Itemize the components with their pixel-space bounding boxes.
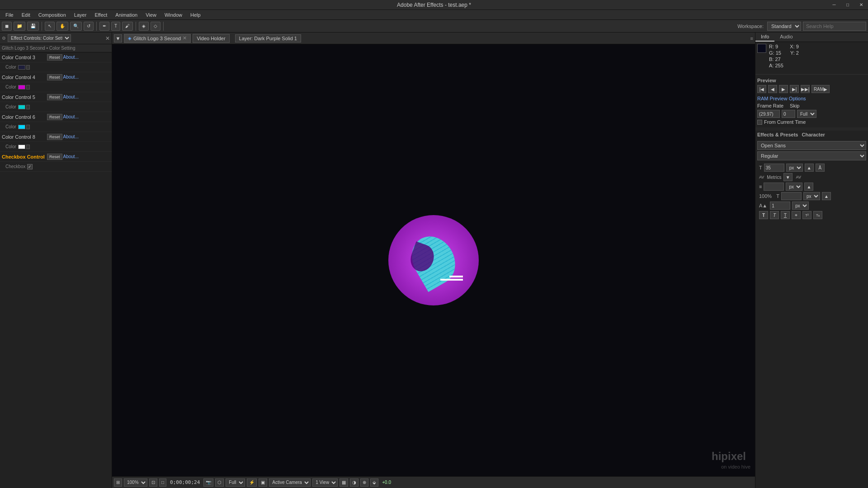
toolbar-btn-open[interactable]: 📁 xyxy=(14,22,25,31)
resolution-preview-select[interactable]: Full xyxy=(797,110,816,118)
toolbar-btn-hand[interactable]: ✋ xyxy=(57,22,68,31)
color-management-btn[interactable]: ⬙ xyxy=(370,479,378,487)
timecode-display[interactable]: 0;00;00;24 xyxy=(170,479,200,485)
font-size-unit[interactable]: px xyxy=(786,164,803,172)
about-cc6[interactable]: About... xyxy=(63,114,79,119)
character-title[interactable]: Character xyxy=(802,132,825,137)
reset-btn-checkbox[interactable]: Reset xyxy=(47,154,62,160)
color-swatch-cc8[interactable] xyxy=(18,145,25,149)
font-size-input[interactable] xyxy=(764,164,784,172)
tab-info[interactable]: Info xyxy=(755,33,774,42)
comp-header-icon[interactable]: ▼ xyxy=(114,34,122,42)
menu-animation[interactable]: Animation xyxy=(112,11,141,19)
menu-view[interactable]: View xyxy=(142,11,160,19)
panel-menu-btn[interactable]: ≡ xyxy=(750,36,753,41)
minimize-button[interactable]: ─ xyxy=(827,0,841,10)
skip-input[interactable] xyxy=(782,110,795,118)
search-help-input[interactable] xyxy=(803,22,866,31)
color-swatch-cc4[interactable] xyxy=(18,85,25,89)
channel-btn[interactable]: ⊕ xyxy=(360,479,368,487)
comp-tab-x1[interactable]: ✕ xyxy=(183,35,187,41)
font-size-up-btn[interactable]: ▲ xyxy=(805,164,814,172)
panel-menu-icon[interactable]: ≡ xyxy=(750,36,753,41)
render-btn[interactable]: ▦ xyxy=(340,479,348,487)
camera-select[interactable]: Active Camera xyxy=(269,479,311,487)
effect-controls-select[interactable]: Effect Controls: Color Setting xyxy=(8,34,71,42)
leading-unit[interactable]: px xyxy=(786,183,802,191)
toolbar-btn-brush[interactable]: 🖌 xyxy=(122,22,133,31)
from-current-checkbox[interactable] xyxy=(757,120,762,125)
panel-close-button[interactable]: ✕ xyxy=(105,35,110,42)
baseline-unit[interactable]: px xyxy=(792,202,809,210)
about-cc5[interactable]: About... xyxy=(63,94,79,99)
menu-effect[interactable]: Effect xyxy=(91,11,111,19)
zoom-select[interactable]: 100% xyxy=(124,479,147,487)
frame-rate-input[interactable] xyxy=(757,110,780,118)
toolbar-btn-zoom[interactable]: 🔍 xyxy=(70,22,82,31)
mask-btn[interactable]: □ xyxy=(159,479,166,487)
menu-composition[interactable]: Composition xyxy=(35,11,70,19)
ram-preview-btn[interactable]: RAM▶ xyxy=(811,85,830,93)
toolbar-btn-shape[interactable]: ◇ xyxy=(151,22,160,31)
next-frame-btn[interactable]: ▶| xyxy=(790,85,799,93)
reset-btn-cc6[interactable]: Reset xyxy=(47,114,62,120)
subscript-btn[interactable]: T₂ xyxy=(813,211,822,219)
font-name-select[interactable]: Open Sans xyxy=(757,141,866,150)
about-cc8[interactable]: About... xyxy=(63,134,79,139)
color-swatch-cc6[interactable] xyxy=(18,125,25,129)
reset-btn-cc5[interactable]: Reset xyxy=(47,94,62,100)
checkbox-input[interactable] xyxy=(27,164,33,169)
toolbar-btn-puppet[interactable]: ◈ xyxy=(139,22,149,31)
toolbar-btn-new[interactable]: ◼ xyxy=(2,22,12,31)
about-cc4[interactable]: About... xyxy=(63,75,79,80)
grid-btn[interactable]: ⊡ xyxy=(149,479,157,487)
italic-btn[interactable]: T xyxy=(770,211,779,219)
menu-edit[interactable]: Edit xyxy=(18,11,34,19)
reset-btn-cc4[interactable]: Reset xyxy=(47,74,62,80)
toolbar-btn-rotate[interactable]: ↺ xyxy=(84,22,94,31)
reset-btn-cc3[interactable]: Reset xyxy=(47,54,62,61)
toolbar-btn-text[interactable]: T xyxy=(111,22,120,31)
snap-btn[interactable]: ⊞ xyxy=(114,479,122,487)
about-checkbox[interactable]: About... xyxy=(63,154,79,159)
tab-audio[interactable]: Audio xyxy=(774,33,798,42)
close-button[interactable]: ✕ xyxy=(854,0,868,10)
fast-preview-btn[interactable]: ⚡ xyxy=(247,479,257,487)
font-metrics-btn[interactable]: Ā xyxy=(816,164,825,172)
tracking-unit[interactable]: px xyxy=(803,192,820,200)
comp-tab-glitch[interactable]: ◈ Glitch Logo 3 Second ✕ xyxy=(124,34,191,43)
strikethrough-btn[interactable]: T xyxy=(792,211,801,219)
last-frame-btn[interactable]: ▶▶| xyxy=(801,85,810,93)
toolbar-btn-select[interactable]: ↖ xyxy=(45,22,55,31)
menu-window[interactable]: Window xyxy=(161,11,186,19)
font-style-select[interactable]: Regular xyxy=(757,151,866,160)
transparency-btn[interactable]: ▣ xyxy=(259,479,267,487)
underline-btn[interactable]: T xyxy=(781,211,790,219)
camera-btn[interactable]: 📷 xyxy=(203,479,213,487)
bold-btn[interactable]: T xyxy=(759,211,768,219)
menu-layer[interactable]: Layer xyxy=(71,11,90,19)
view-select[interactable]: 1 View xyxy=(312,479,338,487)
color-swatch-cc5[interactable] xyxy=(18,105,25,109)
superscript-btn[interactable]: T² xyxy=(802,211,811,219)
tracking-input[interactable] xyxy=(781,192,802,200)
toolbar-btn-save[interactable]: 💾 xyxy=(27,22,39,31)
menu-file[interactable]: File xyxy=(2,11,17,19)
metrics-down-btn[interactable]: ▼ xyxy=(783,173,793,181)
leading-up[interactable]: ▲ xyxy=(804,183,813,191)
tracking-up[interactable]: ▲ xyxy=(822,192,831,200)
play-btn[interactable]: ▶ xyxy=(779,85,788,93)
ram-preview-options-label[interactable]: RAM Preview Options xyxy=(757,96,866,101)
first-frame-btn[interactable]: |◀ xyxy=(757,85,766,93)
3d-btn[interactable]: ⬡ xyxy=(215,479,224,487)
resolution-select[interactable]: Full xyxy=(226,479,245,487)
color-swatch-cc3[interactable] xyxy=(18,65,25,70)
reset-btn-cc8[interactable]: Reset xyxy=(47,134,62,140)
comp-tab-video[interactable]: Video Holder xyxy=(193,34,229,43)
exposure-btn[interactable]: ◑ xyxy=(350,479,359,487)
toolbar-btn-pen[interactable]: ✒ xyxy=(99,22,109,31)
workspace-select[interactable]: Standard xyxy=(767,22,801,31)
menu-help[interactable]: Help xyxy=(187,11,204,19)
baseline-input[interactable] xyxy=(770,202,790,210)
prev-frame-btn[interactable]: ◀ xyxy=(768,85,777,93)
